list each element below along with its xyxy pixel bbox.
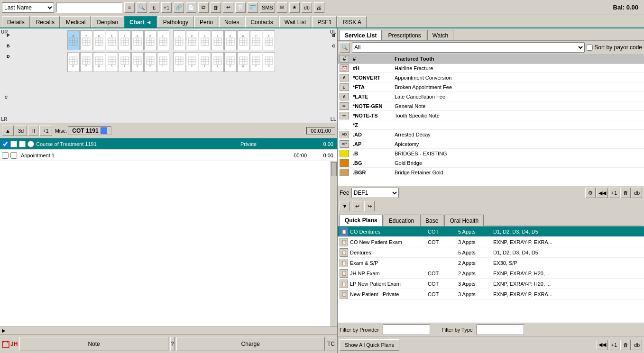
svc-row-bg[interactable]: .BG Gold Bridge — [338, 158, 644, 168]
fee-select[interactable]: DEF1 — [351, 188, 399, 198]
fee-left-btn[interactable]: ◀◀ — [597, 188, 608, 198]
tab-chart[interactable]: Chart ◄ — [124, 16, 157, 27]
tooth-ll5[interactable]: 5 — [224, 52, 237, 72]
doc-btn[interactable]: 📄 — [186, 2, 196, 13]
fee-plus1-btn[interactable]: +1 — [609, 188, 619, 198]
tooth-ur2[interactable]: 2 — [144, 30, 156, 50]
qp-plus1-btn[interactable]: +1 — [609, 340, 619, 350]
cot-row-appt1[interactable]: Appointment 1 00:00 0.00 — [0, 150, 337, 161]
msg-btn[interactable]: ✉ — [277, 2, 287, 13]
plus1-ctrl-btn[interactable]: +1 — [39, 126, 52, 136]
tooth-ul4[interactable]: 4 — [212, 30, 224, 50]
undo-btn[interactable]: ↩ — [352, 201, 362, 211]
teeth-btn[interactable]: 🦷 — [235, 2, 246, 13]
tooth-lr1[interactable]: 1 — [157, 52, 169, 72]
qp-row-new-patient-private[interactable]: 📋 New Patient - Private COT 3 Appts EXNP… — [338, 289, 644, 299]
cot-row-main[interactable]: Course of Treatment 1191 Private 0.00 — [0, 138, 337, 150]
tooth-ur6[interactable]: 6 — [93, 30, 105, 50]
tooth-ll7[interactable]: 7 — [250, 52, 262, 72]
tooth-ll1[interactable]: 1 — [173, 52, 185, 72]
tooth-ur1[interactable]: 1 — [157, 30, 169, 50]
show-all-quick-plans-btn[interactable]: Show All Quick Plans — [340, 339, 399, 351]
patient-name-input[interactable]: Forrest,Johan — [56, 2, 122, 13]
cot-checkbox-appt1[interactable] — [2, 152, 9, 159]
svc-row-fta[interactable]: £ *FTA Broken Appointment Fee — [338, 82, 644, 92]
svc-row-note-ts[interactable]: ✏ *NOTE-TS Tooth Specific Note — [338, 111, 644, 120]
up-btn[interactable]: ▲ — [2, 126, 14, 136]
tooth-lr7[interactable]: 7 — [80, 52, 92, 72]
svc-row-late[interactable]: £ *LATE Late Cancellation Fee — [338, 92, 644, 101]
tc-button[interactable]: TC — [327, 337, 335, 351]
tooth-ll2[interactable]: 2 — [186, 52, 198, 72]
tooth-ul2[interactable]: 2 — [186, 30, 198, 50]
tab-prescriptions[interactable]: Prescriptions — [383, 30, 426, 40]
tab-denplan[interactable]: Denplan — [92, 16, 123, 27]
note-button[interactable]: Note — [19, 337, 168, 351]
qp-tab-quick-plans[interactable]: Quick Plans — [340, 215, 383, 226]
doc-button[interactable]: ? — [170, 337, 175, 351]
tooth-ur4[interactable]: 4 — [119, 30, 131, 50]
tooth-ul7[interactable]: 7 — [250, 30, 262, 50]
service-filter-select[interactable]: All — [352, 42, 585, 53]
svc-row-ad[interactable]: AD .AD Arrested Decay — [338, 130, 644, 139]
qp-left-btn[interactable]: ◀◀ — [597, 340, 608, 350]
copy-btn[interactable]: ⧉ — [198, 2, 209, 13]
sms-btn[interactable]: SMS — [260, 2, 275, 13]
star-btn[interactable]: ★ — [289, 2, 300, 13]
tooth-lr5[interactable]: 5 — [106, 52, 118, 72]
plus1-btn[interactable]: +1 — [161, 2, 172, 13]
tooth-ll8[interactable]: 8 — [263, 52, 275, 72]
svc-row-bgr[interactable]: .BGR Bridge Retainer Gold — [338, 168, 644, 177]
filter-type-input[interactable] — [477, 325, 524, 335]
arrow-btn[interactable]: ↩ — [223, 2, 233, 13]
svc-row-b[interactable]: .B BRIDGES - EXISTING — [338, 149, 644, 158]
tooth-ul6[interactable]: 6 — [237, 30, 249, 50]
tab-notes[interactable]: Notes — [219, 16, 244, 27]
tooth-ur3[interactable]: 3 — [131, 30, 144, 50]
filter-provider-input[interactable] — [383, 325, 430, 335]
svc-row-z[interactable]: *Z — [338, 120, 644, 130]
arrow-down-btn[interactable]: ▼ — [340, 201, 350, 211]
fee-special-btn[interactable]: ⚙ — [585, 188, 596, 198]
qp-tab-base[interactable]: Base — [420, 215, 443, 226]
cot-scrollbar-thumb[interactable] — [331, 162, 337, 176]
qp-delete-btn[interactable]: 🗑 — [620, 340, 631, 350]
qp-row-co-new-patient[interactable]: 📋 CO New Patient Exam COT 3 Appts EXNP, … — [338, 237, 644, 247]
name-field-select[interactable]: Last Name — [2, 2, 54, 13]
charge-button[interactable]: Charge — [176, 337, 325, 351]
tooth-ll3[interactable]: 3 — [199, 52, 211, 72]
tooth-ll4[interactable]: 4 — [212, 52, 224, 72]
tab-psf1[interactable]: PSF1 — [312, 16, 337, 27]
tab-details[interactable]: Details — [2, 16, 30, 27]
delete-btn[interactable]: 🗑 — [211, 2, 221, 13]
tooth-ur5[interactable]: 5 — [106, 30, 118, 50]
tab-medical[interactable]: Medical — [61, 16, 91, 27]
print-btn[interactable]: 🖨 — [314, 2, 324, 13]
db-btn[interactable]: db — [302, 2, 312, 13]
tooth-ul1[interactable]: 1 — [173, 30, 185, 50]
tooth-ul5[interactable]: 5 — [224, 30, 237, 50]
tab-service-list[interactable]: Service List — [340, 30, 382, 40]
link-btn[interactable]: 🔗 — [174, 2, 184, 13]
tooth-lr4[interactable]: 4 — [119, 52, 131, 72]
qp-tab-education[interactable]: Education — [384, 215, 419, 226]
tab-perio[interactable]: Perio — [194, 16, 218, 27]
tooth-lr3[interactable]: 3 — [131, 52, 144, 72]
cot-checkbox-appt1b[interactable] — [10, 152, 17, 159]
qp-row-co-dentures[interactable]: 📋 CO Dentures COT 5 Appts D1, D2, D3, D4… — [338, 226, 644, 237]
tab-recalls[interactable]: Recalls — [31, 16, 60, 27]
tab-contacts[interactable]: Contacts — [245, 16, 278, 27]
qp-row-jh-np[interactable]: 📋 JH NP Exam COT 2 Appts EXNP, EXRAY-P, … — [338, 268, 644, 279]
svc-row-hh[interactable]: ⏰ #H Hairline Fracture — [338, 63, 644, 73]
tooth-lr6[interactable]: 6 — [93, 52, 105, 72]
svc-row-ap[interactable]: AP .AP Apicetomy — [338, 139, 644, 149]
sort-payor-checkbox[interactable] — [587, 45, 593, 51]
card-btn[interactable]: 🪪 — [248, 2, 258, 13]
h-btn[interactable]: H — [28, 126, 38, 136]
cot-checkbox-main[interactable] — [2, 141, 9, 147]
tab-riska[interactable]: RISK A — [338, 16, 367, 27]
search-btn[interactable]: 🔍 — [137, 2, 147, 13]
qp-db-btn[interactable]: db — [632, 340, 642, 350]
fee-db-btn[interactable]: db — [632, 188, 642, 198]
service-search-btn[interactable]: 🔍 — [340, 42, 350, 53]
